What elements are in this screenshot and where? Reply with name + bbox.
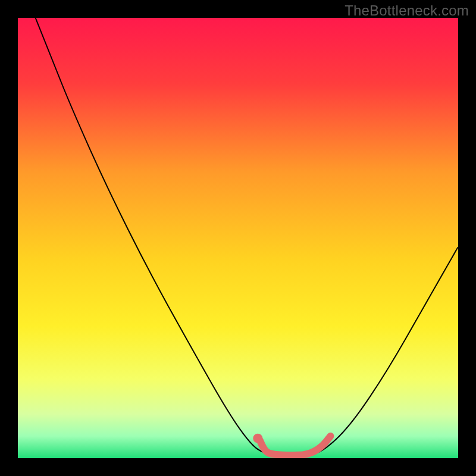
svg-rect-0 bbox=[18, 18, 458, 458]
chart-frame: TheBottleneck.com bbox=[0, 0, 476, 476]
watermark-text: TheBottleneck.com bbox=[345, 2, 469, 19]
bottleneck-chart bbox=[18, 18, 458, 458]
svg-point-1 bbox=[253, 434, 262, 443]
plot-area bbox=[18, 18, 458, 458]
